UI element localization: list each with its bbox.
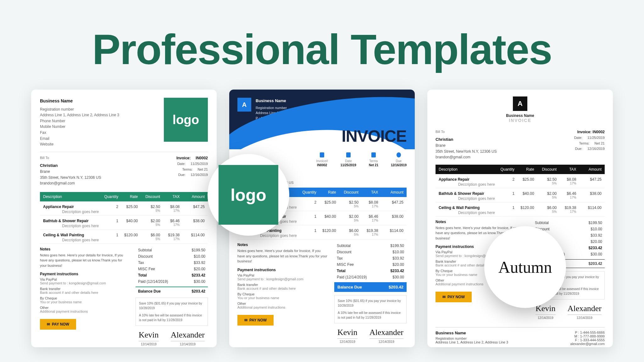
footer-business: Business Name Registration number Addres… [436, 327, 605, 346]
table-row: Appliance RepairDeccription goes here2$2… [40, 201, 208, 216]
mail-icon: ✉ [244, 318, 247, 322]
pay-now-button[interactable]: ✉PAY NOW [436, 292, 472, 302]
table-row: Ceiling & Wall PaintingDeccription goes … [436, 202, 605, 217]
items-table: DescriptionQuantityRateDiscountTAXAmount… [40, 192, 208, 244]
pay-now-button[interactable]: ✉PAY NOW [237, 315, 274, 326]
logo-square: A [513, 96, 527, 111]
table-row: Bathtub & Shower RepairDeccription goes … [40, 216, 208, 230]
template-cards: Business Name Registration number Addres… [0, 90, 644, 347]
magnifier-logo: logo [208, 154, 289, 236]
invoice-title: INVOICE [341, 127, 407, 145]
pay-now-button[interactable]: ✉PAY NOW [40, 319, 76, 330]
logo-square: A [237, 98, 251, 112]
meta-chips: Invoice#IN0002 Date11/25/2019 TermsNet 2… [316, 152, 407, 167]
totals: Subtotal$199.50 Discount$10.00 Tax$33.92… [136, 247, 208, 346]
mail-icon: ✉ [442, 295, 446, 299]
table-row: Appliance RepairDeccription goes here2$2… [436, 174, 605, 188]
table-row: Ceiling & Wall PaintingDeccription goes … [40, 230, 208, 244]
mail-icon: ✉ [47, 322, 50, 326]
header-center: A Business Name INVOICE [427, 90, 613, 123]
bill-to: Bill To Christian Brane 35th Street, New… [40, 155, 101, 186]
notes-and-payment: Notes Notes goes here. Here's your detai… [40, 247, 129, 346]
magnifier-signature: Autumn [484, 226, 566, 308]
template-card-1: Business Name Registration number Addres… [31, 90, 217, 347]
balance-bar: Balance Due$203.42 [334, 282, 407, 292]
terms-icon [371, 152, 376, 157]
doc-icon [320, 152, 324, 157]
clock-icon [397, 152, 401, 157]
table-row: Bathtub & Shower RepairDeccription goes … [436, 188, 605, 202]
invoice-meta: Invoice:IN0002 Date:11/25/2019 Terms:Net… [176, 155, 208, 186]
logo-box: logo [164, 98, 208, 142]
template-card-3: A Business Name INVOICE Bill To Christia… [427, 90, 613, 347]
calendar-icon [346, 152, 351, 157]
business-block: Business Name Registration number Addres… [40, 98, 119, 147]
hero-title: Professional Templates [0, 0, 644, 90]
